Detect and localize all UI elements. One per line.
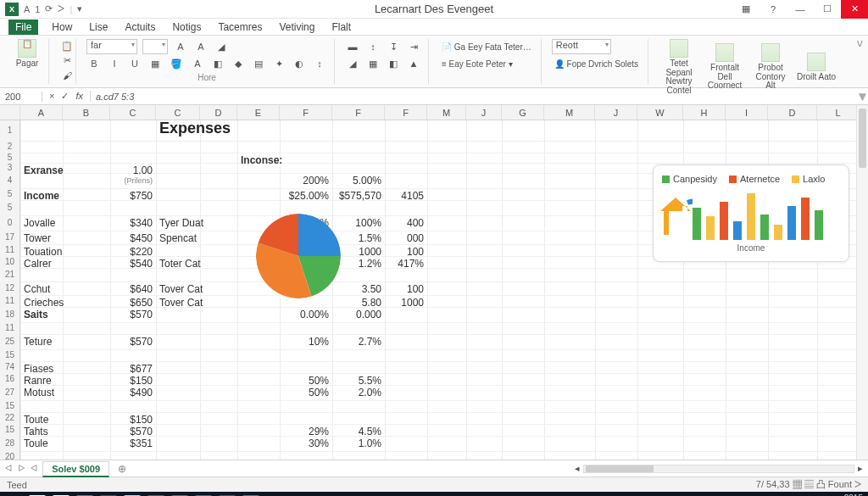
num-r2[interactable]: ≡ Eay Eote Peter ▾ [439,56,515,71]
sheet-nav[interactable]: ᐊ ᐅ ᐊ [5,463,39,474]
cell[interactable]: 10% [280,334,332,349]
row-header[interactable]: 5 [0,188,20,200]
col-header[interactable]: F [385,105,427,120]
cell[interactable]: 2.0% [332,385,385,400]
cell[interactable]: 50% [280,385,332,400]
row-header[interactable]: 21 [0,268,20,281]
bold-button[interactable]: B [86,56,102,71]
x5[interactable]: ◐ [292,56,307,71]
x6[interactable]: ↕ [312,56,327,71]
cell[interactable]: 0.000 [332,307,385,322]
qa-more[interactable]: ᐳ [58,3,64,14]
font-grow[interactable]: A [173,39,188,54]
cell[interactable]: $351 [110,436,156,451]
cell[interactable]: 30% [280,436,332,451]
tab-file[interactable]: File [8,20,38,35]
num-r1[interactable]: 📄 Ga Eey Fata Teter… [439,39,534,54]
row-headers[interactable]: 1253455017111021121118112515741627152215… [0,120,20,460]
cell[interactable]: Toter Cat [156,256,200,271]
row-header[interactable]: 2 [0,141,20,153]
row-header[interactable]: 27 [0,385,20,400]
row-header[interactable]: 12 [0,281,20,295]
tab-tacemres[interactable]: Tacemres [214,20,265,35]
cell[interactable]: 100% [332,215,385,231]
status-right[interactable]: 7/ 54,33 ▦ ▤ 凸 Fount ᐳ [756,478,861,491]
horizontal-scrollbar[interactable] [583,465,854,473]
style-button-3[interactable]: Droilt Aato [796,53,837,82]
clipboard-copy[interactable]: 📋 [59,39,75,53]
new-sheet-button[interactable]: ⊕ [113,463,131,475]
al2[interactable]: ▦ [365,56,381,71]
tab-lise[interactable]: Lise [86,20,111,35]
cell[interactable]: 5.00% [332,173,385,188]
row-header[interactable]: 11 [0,322,20,334]
font-more[interactable]: ◢ [214,39,229,54]
cell[interactable]: 1000 [385,295,427,310]
clipboard-format[interactable]: 🖌 [59,68,75,82]
style-button-1[interactable]: Frontalt Dell Coornect [704,43,745,91]
row-header[interactable]: 10 [0,256,20,268]
maximize-button[interactable]: ☐ [814,0,841,19]
row-header[interactable]: 20 [0,451,20,460]
sheet-tab-active[interactable]: Solev $009 [42,461,109,477]
row-header[interactable]: 3 [0,163,20,173]
qa-redo[interactable]: ⟳ [45,3,53,14]
cell[interactable]: Spencat [156,231,200,246]
row-header[interactable]: 25 [0,334,20,349]
cell[interactable]: $570 [110,334,156,349]
tab-notigs[interactable]: Notigs [169,20,204,35]
x3[interactable]: ▤ [251,56,266,71]
cell[interactable]: Jovalle [20,215,63,231]
row-header[interactable]: 18 [0,307,20,322]
col-header[interactable]: W [637,105,683,120]
row-header[interactable]: 0 [0,215,20,231]
tab-actuits[interactable]: Actuits [121,20,159,35]
cell[interactable]: Income [20,188,63,203]
col-header[interactable]: A [20,105,63,120]
row-header[interactable]: 15 [0,424,20,436]
col-header[interactable]: D [768,105,817,120]
wrap[interactable]: ⇥ [406,39,421,54]
italic-button[interactable]: I [107,56,122,71]
font-name-combo[interactable]: far [86,39,137,54]
name-box[interactable]: 200 [0,92,42,102]
row-header[interactable]: 5 [0,153,20,163]
cell[interactable]: 1.0% [332,436,385,451]
col-header[interactable]: B [63,105,110,120]
col-header[interactable]: F [280,105,332,120]
hscroll-left[interactable]: ◂ [575,463,580,474]
font-size-combo[interactable] [142,39,168,54]
col-header[interactable]: M [427,105,466,120]
row-header[interactable]: 1 [0,120,20,141]
qa-a[interactable]: A [24,4,30,14]
num-r3[interactable]: 👤 Fope Dvrich Solets [552,56,641,71]
row-header[interactable]: 22 [0,412,20,424]
x1[interactable]: ◧ [210,56,225,71]
align-left[interactable]: ▬ [345,39,360,54]
cell[interactable]: Teture [20,334,63,349]
font-shrink[interactable]: A [193,39,209,54]
style-button-0[interactable]: Tetet Sepanl Newtry Contel [659,39,699,95]
cell[interactable]: $575,570 [332,188,385,203]
cell[interactable]: 417% [385,256,427,271]
col-header[interactable]: E [237,105,280,120]
col-header[interactable]: J [595,105,637,120]
col-header[interactable]: J [466,105,502,120]
al4[interactable]: ▲ [406,56,421,71]
column-headers[interactable]: ABCCDEFFFMJGMJWHIDL [0,105,868,120]
fx-accept-icon[interactable]: ✓ [61,91,69,102]
cell[interactable]: 200% [280,173,332,188]
row-header[interactable]: 11 [0,295,20,307]
col-header[interactable]: L [817,105,860,120]
col-header[interactable]: I [726,105,768,120]
cell[interactable]: 4105 [385,188,427,203]
cell[interactable]: Tyer Duat [156,215,200,231]
fill-button[interactable]: 🪣 [168,56,185,71]
vertical-scrollbar[interactable] [856,105,868,460]
windows-taskbar[interactable]: ▲ 🛡 🔊 ⚠ 2015 $64.25 [0,492,868,496]
align-mid[interactable]: ↕ [365,39,381,54]
cell[interactable]: $490 [110,385,156,400]
help-icon[interactable]: ? [760,0,787,19]
align-right[interactable]: ↧ [386,39,401,54]
underline-button[interactable]: U [127,56,142,71]
